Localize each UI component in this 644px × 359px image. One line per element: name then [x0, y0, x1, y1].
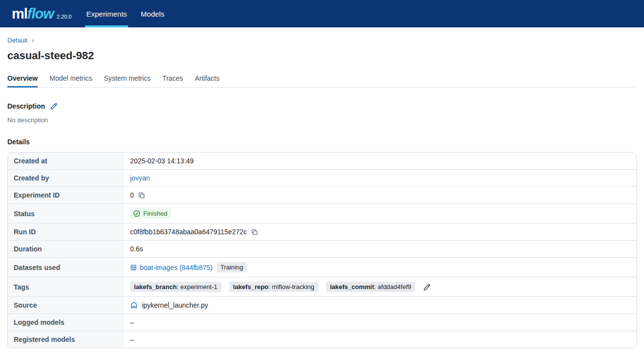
- row-label: Created at: [8, 153, 124, 169]
- row-label: Datasets used: [8, 258, 124, 277]
- tag-value: afddad4fef9: [378, 283, 411, 291]
- run-title: casual-steed-982: [7, 49, 637, 62]
- details-table: Created at 2025-02-03 14:13:49 Created b…: [7, 152, 637, 348]
- table-row-run-id: Run ID c0f8fbb1b63748abaa0a6479115e272c: [8, 224, 636, 241]
- registered-models-empty-value: –: [130, 336, 134, 343]
- row-label: Status: [8, 204, 124, 223]
- row-label: Source: [8, 297, 124, 314]
- description-empty-text: No description: [7, 116, 637, 124]
- pencil-icon: [423, 283, 431, 291]
- source-value: ipykernel_launcher.py: [142, 301, 208, 309]
- status-badge: Finished: [130, 208, 171, 219]
- description-header: Description: [7, 102, 637, 110]
- tag-key: lakefs_commit: [330, 283, 374, 291]
- table-row-experiment-id: Experiment ID 0: [8, 187, 636, 204]
- tab-artifacts[interactable]: Artifacts: [195, 74, 220, 87]
- table-row-datasets: Datasets used boat-images (844fb875) Tra…: [8, 258, 636, 277]
- copy-icon: [138, 192, 145, 199]
- status-text: Finished: [143, 210, 167, 217]
- tab-model-metrics[interactable]: Model metrics: [49, 74, 92, 87]
- details-title: Details: [7, 138, 30, 146]
- pencil-icon: [50, 102, 58, 110]
- tag-key: lakefs_repo: [233, 283, 268, 291]
- edit-description-button[interactable]: [50, 102, 58, 110]
- table-row-created-by: Created by jovyan: [8, 170, 636, 187]
- tag-chip: lakefs_commit: afddad4fef9: [326, 282, 415, 292]
- created-by-user-link[interactable]: jovyan: [130, 174, 150, 182]
- mlflow-logo-flow: flow: [27, 6, 54, 22]
- dataset-table-icon: [130, 264, 137, 271]
- edit-tags-button[interactable]: [423, 283, 431, 291]
- description-title: Description: [7, 102, 45, 110]
- tag-chip: lakefs_repo: mlflow-tracking: [229, 282, 318, 292]
- table-row-logged-models: Logged models –: [8, 314, 636, 331]
- copy-experiment-id-button[interactable]: [138, 192, 145, 199]
- run-tabs: Overview Model metrics System metrics Tr…: [7, 74, 637, 88]
- breadcrumb-experiment-link[interactable]: Default: [7, 37, 27, 44]
- table-row-tags: Tags lakefs_branch: experiment-1 lakefs_…: [8, 277, 636, 297]
- table-row-status: Status Finished: [8, 204, 636, 224]
- breadcrumb-chevron-icon: ›: [32, 37, 34, 44]
- created-at-value: 2025-02-03 14:13:49: [130, 157, 194, 165]
- run-id-value: c0f8fbb1b63748abaa0a6479115e272c: [130, 228, 247, 236]
- tag-chip: lakefs_branch: experiment-1: [130, 282, 222, 292]
- tag-key: lakefs_branch: [134, 283, 177, 291]
- table-row-created-at: Created at 2025-02-03 14:13:49: [8, 153, 636, 170]
- dataset-context-badge: Training: [217, 262, 247, 272]
- check-circle-icon: [133, 210, 140, 217]
- row-label: Logged models: [8, 314, 124, 331]
- row-label: Duration: [8, 241, 124, 257]
- tab-overview[interactable]: Overview: [7, 74, 38, 87]
- table-row-duration: Duration 0.6s: [8, 241, 636, 258]
- dataset-link-text: boat-images (844fb875): [140, 264, 213, 271]
- top-navbar: mlflow 2.20.0 Experiments Models: [0, 0, 644, 27]
- breadcrumb: Default ›: [7, 37, 637, 44]
- row-label: Tags: [8, 277, 124, 296]
- copy-icon: [251, 228, 258, 236]
- experiment-id-value: 0: [130, 191, 134, 199]
- tab-system-metrics[interactable]: System metrics: [104, 74, 151, 87]
- notebook-source-icon: [130, 301, 138, 309]
- row-label: Run ID: [8, 224, 124, 240]
- mlflow-logo-ml: ml: [12, 6, 27, 22]
- mlflow-logo[interactable]: mlflow 2.20.0: [12, 0, 71, 27]
- tag-separator: :: [177, 283, 180, 291]
- row-label: Experiment ID: [8, 187, 124, 203]
- row-label: Created by: [8, 170, 124, 186]
- nav-item-experiments[interactable]: Experiments: [85, 0, 128, 27]
- row-label: Registered models: [8, 331, 124, 348]
- dataset-link[interactable]: boat-images (844fb875): [130, 264, 213, 271]
- details-header: Details: [7, 138, 637, 146]
- table-row-registered-models: Registered models –: [8, 331, 636, 348]
- mlflow-version: 2.20.0: [57, 14, 72, 20]
- table-row-source: Source ipykernel_launcher.py: [8, 297, 636, 314]
- logged-models-empty-value: –: [130, 318, 134, 326]
- nav-item-models[interactable]: Models: [140, 0, 165, 27]
- duration-value: 0.6s: [130, 245, 143, 253]
- tag-value: experiment-1: [180, 283, 218, 291]
- tag-separator: :: [268, 283, 272, 291]
- tab-traces[interactable]: Traces: [162, 74, 183, 87]
- tag-value: mlflow-tracking: [272, 283, 314, 291]
- copy-run-id-button[interactable]: [251, 228, 258, 236]
